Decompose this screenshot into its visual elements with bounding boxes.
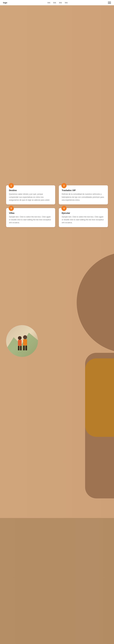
nav-links: link link link link xyxy=(47,2,68,4)
travelers-svg xyxy=(0,0,114,542)
svg-point-33 xyxy=(23,335,27,339)
svg-rect-34 xyxy=(23,339,27,346)
mission-image-circle xyxy=(6,325,38,357)
luxury-card-1-body: Queremos saber dónde y por qué, porque c… xyxy=(9,193,52,202)
nav-link-3[interactable]: link xyxy=(59,2,62,4)
nav-link-4[interactable]: link xyxy=(65,2,68,4)
luxury-card-4-number: 4 xyxy=(62,206,67,211)
luxury-card-4: 4 Ejecutar Sample text. Click to select … xyxy=(59,208,108,227)
luxury-card-4-body: Sample text. Click to select the text bo… xyxy=(62,216,105,224)
svg-rect-31 xyxy=(18,346,19,350)
luxury-card-1-title: Destino xyxy=(9,189,52,192)
svg-rect-35 xyxy=(23,346,25,350)
luxury-card-2-title: Traslados VIP xyxy=(62,189,105,192)
svg-rect-30 xyxy=(18,340,22,346)
luxury-card-3-title: Villas xyxy=(9,212,52,214)
luxury-card-1: 1 Destino Queremos saber dónde y por qué… xyxy=(6,185,55,204)
hamburger-menu[interactable] xyxy=(108,2,111,4)
luxury-card-2-number: 2 xyxy=(62,183,67,188)
luxury-card-3: 5 Villas Sample text. Click to select th… xyxy=(6,208,55,227)
luxury-card-2-body: Disfrute de la comodidad de nuestros veh… xyxy=(62,193,105,202)
mission-image-svg xyxy=(6,325,38,357)
svg-rect-36 xyxy=(25,346,27,350)
nav-link-2[interactable]: link xyxy=(53,2,56,4)
svg-rect-32 xyxy=(20,346,22,350)
nav-link-1[interactable]: link xyxy=(47,2,50,4)
travelers-image xyxy=(0,131,114,166)
luxury-card-2: 2 Traslados VIP Disfrute de la comodidad… xyxy=(59,185,108,204)
luxury-card-3-number: 5 xyxy=(9,206,14,211)
luxury-card-1-number: 1 xyxy=(9,183,14,188)
svg-point-29 xyxy=(18,336,22,340)
luxury-card-4-title: Ejecutar xyxy=(62,212,105,214)
navbar: logo link link link link xyxy=(0,0,114,5)
luxury-card-3-body: Sample text. Click to select the text bo… xyxy=(9,216,52,224)
nav-logo[interactable]: logo xyxy=(3,2,7,4)
svg-rect-22 xyxy=(0,518,114,542)
svg-rect-20 xyxy=(85,358,114,437)
